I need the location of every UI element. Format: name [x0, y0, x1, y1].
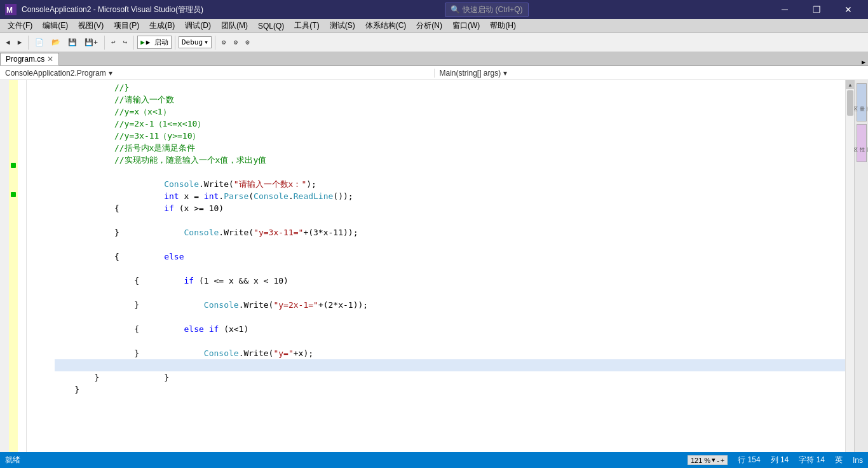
- lang-indicator: 英: [835, 455, 843, 465]
- close-button[interactable]: ✕: [834, 0, 863, 19]
- right-side-panel: 测量区 属性区: [854, 80, 868, 468]
- code-text: (: [248, 191, 254, 201]
- menu-debug[interactable]: 调试(D): [180, 19, 216, 32]
- toolbar-sep-2: [104, 36, 105, 50]
- status-text: 就绪: [5, 455, 20, 465]
- debug-dropdown[interactable]: Debug ▾: [179, 36, 212, 48]
- navbar-method[interactable]: Main(string[] args) ▾: [435, 69, 869, 78]
- minimize-button[interactable]: ─: [770, 0, 799, 19]
- class-ref: Parse: [224, 191, 248, 201]
- breadcrumb-arrow: ▾: [109, 69, 112, 78]
- start-label: ▶ 启动: [146, 38, 168, 47]
- toolbar-sep-3: [133, 36, 134, 50]
- menu-tools[interactable]: 工具(T): [289, 19, 324, 32]
- string-text3: "y=2x-1=": [273, 300, 318, 310]
- code-text: }: [55, 373, 99, 382]
- class-console4: Console: [204, 348, 239, 358]
- code-text: .: [288, 191, 294, 201]
- titlebar-search[interactable]: 🔍 快速启动 (Ctrl+Q): [445, 3, 528, 17]
- code-text: +(3*x-11));: [303, 228, 358, 237]
- comment-text: //请输入一个数: [55, 95, 174, 104]
- toolbar-btn-2[interactable]: ⚙: [230, 35, 241, 50]
- code-text: .: [219, 191, 224, 201]
- tab-scroll-right[interactable]: ▶: [859, 59, 868, 65]
- keyword-else: else: [164, 252, 184, 261]
- debug-arrow: ▾: [204, 38, 208, 46]
- comment-text: //y=x（x<1）: [55, 107, 171, 116]
- method-arrow: ▾: [503, 69, 507, 78]
- undo-button[interactable]: ↩: [108, 35, 119, 50]
- code-line: }: [55, 383, 845, 396]
- zoom-minus[interactable]: -: [717, 457, 719, 464]
- code-line: //括号内x是满足条件: [55, 142, 845, 154]
- code-line: //y=x（x<1）: [55, 106, 845, 118]
- toolbar: ◀ ▶ 📄 📂 💾 💾+ ↩ ↪ ▶ ▶ 启动 Debug ▾ ⚙ ⚙ ⚙: [0, 33, 868, 52]
- tabbar: Program.cs ✕ ▶: [0, 52, 868, 66]
- menu-edit[interactable]: 编辑(E): [37, 19, 73, 32]
- open-button[interactable]: 📂: [48, 35, 64, 50]
- menu-arch[interactable]: 体系结构(C): [360, 19, 412, 32]
- save-all-button[interactable]: 💾+: [81, 35, 101, 50]
- string-text2: "y=3x-11=": [254, 228, 303, 237]
- save-button[interactable]: 💾: [65, 35, 80, 50]
- code-text: [204, 324, 209, 334]
- menu-analyze[interactable]: 分析(N): [411, 19, 447, 32]
- scroll-track[interactable]: [846, 89, 854, 459]
- vertical-scrollbar[interactable]: ▲ ▼: [845, 80, 854, 468]
- scroll-up-button[interactable]: ▲: [846, 80, 855, 89]
- menu-help[interactable]: 帮助(H): [485, 19, 521, 32]
- left-margin-strip: [0, 80, 27, 468]
- menu-view[interactable]: 视图(V): [73, 19, 109, 32]
- toolbar-btn-1[interactable]: ⚙: [219, 35, 229, 50]
- menu-team[interactable]: 团队(M): [216, 19, 253, 32]
- menu-file[interactable]: 文件(F): [3, 19, 37, 32]
- toolbar-btn-3[interactable]: ⚙: [242, 35, 253, 50]
- green-indicator-2: [11, 192, 16, 197]
- keyword-int2: int: [204, 191, 219, 201]
- keyword-if3: if: [209, 324, 219, 334]
- method-path: Main(string[] args): [440, 69, 501, 78]
- code-text: x =: [179, 191, 204, 201]
- side-icon-1[interactable]: 测量区: [857, 83, 867, 121]
- forward-button[interactable]: ▶: [15, 35, 25, 50]
- keyword-else2: else: [184, 324, 204, 334]
- titlebar-left: M ConsoleApplication2 - Microsoft Visual…: [5, 4, 203, 15]
- restore-button[interactable]: ❐: [802, 0, 831, 19]
- scroll-thumb[interactable]: [847, 90, 853, 116]
- search-label: 快速启动 (Ctrl+Q): [463, 4, 522, 15]
- code-text: }: [55, 228, 119, 237]
- navbar: ConsoleApplication2.Program ▾ Main(strin…: [0, 66, 868, 80]
- new-button[interactable]: 📄: [32, 35, 47, 50]
- comment-green: //括号内x是满足条件: [55, 143, 195, 153]
- redo-button[interactable]: ↪: [120, 35, 131, 50]
- bookmark-margin: [0, 80, 9, 468]
- code-line: if (1 <= x && x < 10): [55, 263, 845, 275]
- code-line: //}: [55, 81, 845, 93]
- menu-build[interactable]: 生成(B): [144, 19, 180, 32]
- toolbar-sep-4: [175, 36, 175, 50]
- code-text: (x >= 10): [174, 203, 224, 213]
- execution-margin: [9, 80, 18, 468]
- zoom-control[interactable]: 121 % ▾ - +: [688, 455, 728, 465]
- statusbar: 就绪 121 % ▾ - + 行 154 列 14 字符 14 英 Ins: [0, 452, 868, 468]
- navbar-breadcrumb[interactable]: ConsoleApplication2.Program ▾: [0, 69, 435, 78]
- code-text: }: [55, 348, 139, 358]
- menu-window[interactable]: 窗口(W): [447, 19, 485, 32]
- menu-sql[interactable]: SQL(Q): [253, 20, 289, 32]
- menu-project[interactable]: 项目(P): [109, 19, 144, 32]
- code-text: (1 <= x && x < 10): [194, 276, 288, 286]
- class-name: Console: [164, 179, 199, 189]
- code-text: (x<1): [219, 324, 248, 334]
- side-icon-2[interactable]: 属性区: [857, 124, 867, 162]
- menu-test[interactable]: 测试(S): [325, 19, 360, 32]
- code-text: Write(: [224, 228, 254, 237]
- code-editor[interactable]: //} //请输入一个数 //y=x（x<1） //y=2x-1（1<=x<10…: [52, 80, 845, 468]
- toolbar-sep-5: [215, 36, 215, 50]
- string-text: "请输入一个数x：": [234, 179, 306, 189]
- code-line: else: [55, 238, 845, 251]
- class-console: Console: [254, 191, 288, 201]
- back-button[interactable]: ◀: [3, 35, 13, 50]
- tab-program-cs[interactable]: Program.cs ✕: [0, 53, 59, 65]
- zoom-plus[interactable]: +: [721, 457, 724, 464]
- start-dropdown[interactable]: ▶ ▶ 启动: [137, 36, 172, 49]
